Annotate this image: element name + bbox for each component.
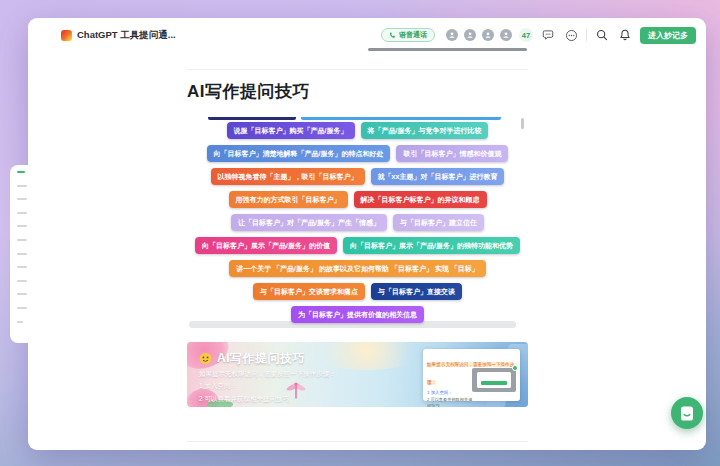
avatar-group	[446, 29, 512, 41]
outline-line[interactable]	[17, 280, 27, 282]
outline-line[interactable]	[17, 198, 27, 200]
phone-icon	[389, 32, 396, 39]
thumbnail-green-button	[481, 381, 507, 385]
prompt-pill[interactable]: 向「目标客户」展示「产品/服务」的独特功能和优势	[343, 237, 520, 254]
horizontal-scrollbar-thumb[interactable]	[368, 48, 527, 51]
more-ellipsis-icon	[565, 29, 578, 42]
pill-row: 用强有力的方式吸引「目标客户」解决「目标客户标客户」的异议和顾虑	[187, 191, 528, 208]
pill-row: 让「目标客户」对「产品/服务」产生「情感」与「目标客户」建立信任	[187, 214, 528, 231]
prompt-pill[interactable]: 用强有力的方式吸引「目标客户」	[229, 191, 348, 208]
toolbar: 语音通话 47	[381, 27, 696, 44]
avatar[interactable]	[500, 29, 512, 41]
pill-row: 为「目标客户」提供有价值的相关信息	[187, 306, 528, 323]
search-button[interactable]	[594, 27, 610, 43]
pill-row: 以独特视角看待「主题」，吸引「目标客户」就「xx主题」对「目标客户」进行教育	[187, 168, 528, 185]
prompt-board-embed: 说服「目标客户」购买「产品/服务」将「产品/服务」与竞争对手进行比较向「目标客户…	[187, 117, 528, 331]
banner-line1: 如果提示无权限访问，需要按照一下操作步骤：	[199, 370, 336, 379]
outline-line[interactable]	[17, 225, 27, 227]
outline-line[interactable]	[17, 321, 23, 323]
more-menu-button[interactable]	[563, 27, 579, 43]
banner-mini-card[interactable]: 如果提示无权限访问，需要按照一下操作步骤： 1 加入空间： 2 可以查看并获取相…	[423, 349, 520, 401]
outline-line[interactable]	[17, 185, 27, 187]
prompt-pill[interactable]: 与「目标客户」直接交谈	[371, 283, 462, 300]
banner-title: AI写作提问技巧	[217, 350, 305, 367]
voice-call-label: 语音通话	[399, 30, 427, 40]
member-count-badge[interactable]: 47	[519, 28, 533, 42]
clipped-pill-fragment	[208, 117, 296, 120]
titlebar: ChatGPT 工具提问通... 语音通话 47	[28, 18, 706, 52]
outline-line[interactable]	[17, 307, 27, 309]
prompt-pill[interactable]: 讲一个关于 「产品/服务」 的故事以及它如何帮助 「目标客户」 实现 「目标」	[229, 260, 486, 277]
avatar[interactable]	[464, 29, 476, 41]
help-chat-fab[interactable]	[671, 397, 703, 429]
pill-row: 向「目标客户」展示「产品/服务」的价值向「目标客户」展示「产品/服务」的独特功能…	[187, 237, 528, 254]
document-emoji-icon	[61, 30, 72, 41]
document-title: ChatGPT 工具提问通...	[61, 29, 176, 42]
toolbar-divider	[586, 29, 587, 41]
prompt-pill[interactable]: 与「目标客户」交谈需求和痛点	[253, 283, 365, 300]
page-title: AI写作提问技巧	[187, 80, 310, 103]
pill-row: 向「目标客户」清楚地解释「产品/服务」的特点和好处吸引「目标客户」情感和价值观	[187, 145, 528, 162]
clipped-pill-fragment	[301, 117, 501, 120]
mini-card-note: 2 可以查看并获取相关提问技巧	[427, 397, 473, 407]
prompt-pill[interactable]: 就「xx主题」对「目标客户」进行教育	[371, 168, 505, 185]
prompt-pill[interactable]: 为「目标客户」提供有价值的相关信息	[291, 306, 424, 323]
outline-line[interactable]	[17, 171, 25, 173]
chat-widget-icon	[679, 405, 695, 422]
prompt-pill[interactable]: 与「目标客户」建立信任	[393, 214, 484, 231]
prompt-pill[interactable]: 说服「目标客户」购买「产品/服务」	[227, 122, 355, 139]
mini-card-link[interactable]: 1 加入空间：	[427, 390, 471, 396]
banner-line2: 1 加入空间：	[199, 382, 336, 391]
search-icon	[596, 29, 608, 41]
bell-icon	[619, 29, 631, 41]
enter-miaojiduo-button[interactable]: 进入妙记多	[640, 27, 696, 44]
mini-card-screenshot-thumbnail	[472, 368, 516, 392]
prompt-pill[interactable]: 解决「目标客户标客户」的异议和顾虑	[354, 191, 487, 208]
avatar[interactable]	[446, 29, 458, 41]
thumbnail-green-dot	[512, 365, 518, 371]
pill-row: 讲一个关于 「产品/服务」 的故事以及它如何帮助 「目标客户」 实现 「目标」	[187, 260, 528, 277]
prompt-pill[interactable]: 向「目标客户」展示「产品/服务」的价值	[195, 237, 337, 254]
board-rows: 说服「目标客户」购买「产品/服务」将「产品/服务」与竞争对手进行比较向「目标客户…	[187, 122, 528, 329]
prompt-pill[interactable]: 向「目标客户」清楚地解释「产品/服务」的特点和好处	[207, 145, 391, 162]
pill-row: 与「目标客户」交谈需求和痛点与「目标客户」直接交谈	[187, 283, 528, 300]
chat-bubble-icon	[542, 29, 554, 41]
header-divider	[187, 69, 528, 70]
notifications-button[interactable]	[617, 27, 633, 43]
outline-line[interactable]	[17, 293, 27, 295]
outline-lines	[17, 171, 27, 334]
prompt-pill[interactable]: 以独特视角看待「主题」，吸引「目标客户」	[211, 168, 365, 185]
prompt-pill[interactable]: 吸引「目标客户」情感和价值观	[396, 145, 508, 162]
banner-text-block: AI写作提问技巧 如果提示无权限访问，需要按照一下操作步骤： 1 加入空间： 2…	[199, 350, 336, 404]
outline-minimap	[10, 165, 52, 343]
outline-line[interactable]	[17, 212, 27, 214]
voice-call-button[interactable]: 语音通话	[381, 28, 435, 42]
prompt-pill[interactable]: 让「目标客户」对「产品/服务」产生「情感」	[231, 214, 387, 231]
avatar[interactable]	[482, 29, 494, 41]
outline-line[interactable]	[17, 266, 27, 268]
board-vertical-scrollbar-thumb[interactable]	[521, 118, 524, 129]
pill-row: 说服「目标客户」购买「产品/服务」将「产品/服务」与竞争对手进行比较	[187, 122, 528, 139]
bottom-divider	[187, 441, 528, 442]
app-window: ChatGPT 工具提问通... 语音通话 47	[28, 18, 706, 450]
face-emoji-icon	[199, 352, 212, 365]
prompt-pill[interactable]: 将「产品/服务」与竞争对手进行比较	[361, 122, 489, 139]
outline-line[interactable]	[17, 239, 27, 241]
outline-line[interactable]	[17, 253, 27, 255]
document-title-text: ChatGPT 工具提问通...	[77, 29, 176, 42]
banner-line3: 2 可以查看并获取相关提问技巧	[199, 395, 336, 404]
comments-button[interactable]	[540, 27, 556, 43]
share-banner[interactable]: AI写作提问技巧 如果提示无权限访问，需要按照一下操作步骤： 1 加入空间： 2…	[187, 342, 528, 407]
